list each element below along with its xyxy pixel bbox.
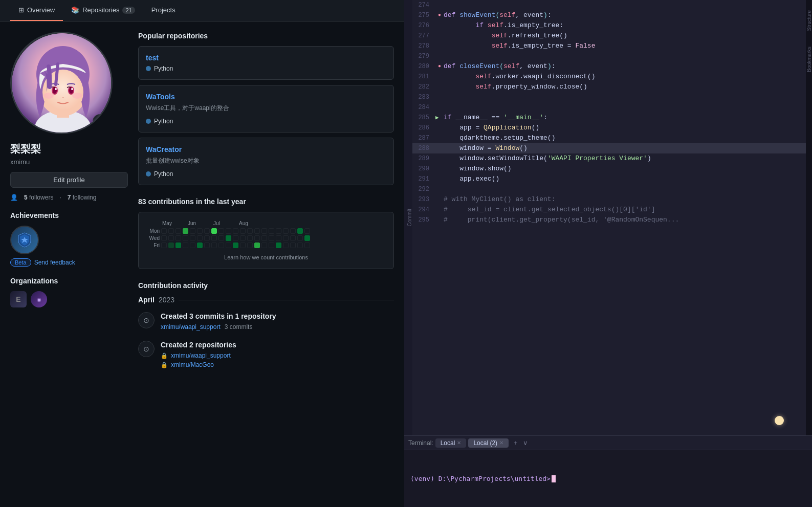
achievements-section: Achievements Beta Send feedback (10, 211, 128, 267)
repo-create-icon: ⊙ (138, 341, 155, 357)
cell (283, 243, 289, 248)
profile-content: ☺ 梨梨梨 xmimu Edit profile 👤 5 followers · (0, 21, 404, 389)
avatar-edit-icon[interactable]: ☺ (93, 114, 107, 128)
beta-label: Beta (10, 258, 31, 267)
cell (183, 235, 188, 241)
line-num-294: 294 (412, 205, 435, 215)
terminal-tab-local2[interactable]: Local (2) ✕ (468, 438, 509, 448)
repo-card-test: test Python (138, 46, 394, 80)
cell (247, 228, 253, 234)
activity-commits-text: Created 3 commits in 1 repository (161, 312, 394, 320)
sidebar-structure-label[interactable]: Structure (806, 10, 812, 31)
activity-divider (179, 300, 394, 300)
line-code-282: self.property_window.close() (444, 82, 587, 92)
code-editor-panel: Commit Pull Requests 274 (404, 0, 812, 507)
followers-link[interactable]: 5 (24, 194, 28, 201)
cell (190, 243, 195, 248)
svg-point-14 (43, 93, 54, 99)
cell (233, 243, 238, 248)
tab-projects[interactable]: Projects (143, 0, 184, 21)
commit-repo-link[interactable]: xmimu/waapi_support (161, 323, 221, 330)
activity-sub-item-2: 🔒 xmimu/MacGoo (161, 361, 394, 368)
avatar: ☺ (10, 32, 113, 134)
repo-name-wacreator[interactable]: WaCreator (146, 145, 386, 153)
cell (254, 228, 260, 234)
graph-cells-wed (161, 235, 310, 241)
svg-point-15 (72, 93, 82, 99)
cell (218, 235, 224, 241)
code-line-275: 275 ● def showEvent(self, event): (412, 10, 806, 20)
terminal-tab-local-close[interactable]: ✕ (457, 440, 461, 446)
org-icon-other[interactable]: ◉ (31, 291, 47, 307)
day-label-wed: Wed (147, 235, 160, 241)
svg-point-13 (71, 88, 73, 90)
line-code-276: if self.is_empty_tree: (444, 20, 563, 31)
terminal-tab-local2-close[interactable]: ✕ (499, 440, 503, 446)
following-count: 7 following (68, 194, 97, 201)
line-num-283: 283 (412, 92, 435, 102)
cell (261, 228, 267, 234)
line-num-295: 295 (412, 215, 435, 225)
line-code-284 (444, 102, 448, 113)
cell (183, 243, 188, 248)
cell (297, 243, 303, 248)
cell (240, 235, 246, 241)
code-line-274: 274 (412, 0, 806, 10)
org-icon-epic[interactable]: E (10, 291, 27, 307)
created-repo-link-2[interactable]: xmimu/MacGoo (171, 361, 214, 368)
edit-profile-button[interactable]: Edit profile (10, 172, 128, 188)
cell (269, 243, 274, 248)
tab-repositories[interactable]: 📚 Repositories 21 (63, 0, 143, 21)
cell (276, 235, 281, 241)
cell (304, 235, 310, 241)
achievement-badge[interactable] (10, 226, 39, 254)
terminal-tab-local[interactable]: Local ✕ (435, 438, 467, 448)
cell (297, 235, 303, 241)
activity-month-header: April 2023 (138, 296, 394, 304)
repo-name-test[interactable]: test (146, 54, 386, 62)
sidebar-commit-label[interactable]: Commit (407, 209, 412, 226)
graph-footer[interactable]: Learn how we count contributions (147, 254, 385, 260)
line-code-278: self.is_empty_tree = False (444, 41, 595, 51)
terminal-add-tab[interactable]: + (511, 438, 521, 448)
github-profile-panel: ⊞ Overview 📚 Repositories 21 Projects (0, 0, 404, 507)
following-link[interactable]: 7 (68, 194, 71, 201)
code-line-276: 276 if self.is_empty_tree: (412, 20, 806, 31)
cell (247, 235, 253, 241)
line-code-289: window.setWindowTitle('WAAPI Properties … (444, 153, 651, 164)
terminal-content[interactable]: (venv) D:\PycharmProjects\untitled> (404, 450, 812, 507)
code-line-280: 280 ● def closeEvent(self, event): (412, 61, 806, 72)
display-name: 梨梨梨 (10, 142, 128, 156)
line-code-275: def showEvent(self, event): (444, 10, 552, 20)
cell (290, 228, 296, 234)
terminal-cursor (552, 475, 556, 482)
sidebar-bookmarks-label[interactable]: Bookmarks (806, 47, 812, 72)
editor-sidebar: Commit Pull Requests (404, 0, 412, 435)
line-code-279 (444, 51, 448, 61)
line-code-277: self.refresh_tree() (444, 31, 567, 41)
line-num-280: 280 (412, 61, 435, 72)
contributions-graph: May Jun Jul Aug Mon (138, 212, 394, 269)
cell (269, 228, 274, 234)
tab-overview[interactable]: ⊞ Overview (10, 0, 63, 21)
cell (240, 228, 246, 234)
cell (204, 235, 210, 241)
code-line-285: 285 ▶ if __name__ == '__main__': (412, 113, 806, 123)
created-repo-link-1[interactable]: xmimu/waapi_support (171, 352, 231, 359)
activity-month-label: April (138, 296, 155, 304)
line-code-290: window.show() (444, 164, 512, 174)
code-line-293: 293 # with MyClient() as client: (412, 194, 806, 205)
send-feedback-link[interactable]: Send feedback (34, 259, 75, 266)
line-num-278: 278 (412, 41, 435, 51)
line-code-281: self.worker.waapi_disconnect() (444, 72, 595, 82)
month-jun: Jun (188, 221, 213, 226)
line-num-288: 288 (412, 143, 435, 153)
graph-cells-mon (161, 228, 310, 234)
terminal-prompt: (venv) D:\PycharmProjects\untitled> (410, 475, 551, 482)
book-icon: 📚 (71, 6, 79, 14)
popular-repos-section: Popular repositories test Python WaTools… (138, 32, 394, 185)
line-code-280: def closeEvent(self, event): (444, 61, 556, 72)
cell (276, 228, 281, 234)
repo-name-watools[interactable]: WaTools (146, 93, 386, 101)
terminal-dropdown[interactable]: ∨ (523, 439, 528, 447)
